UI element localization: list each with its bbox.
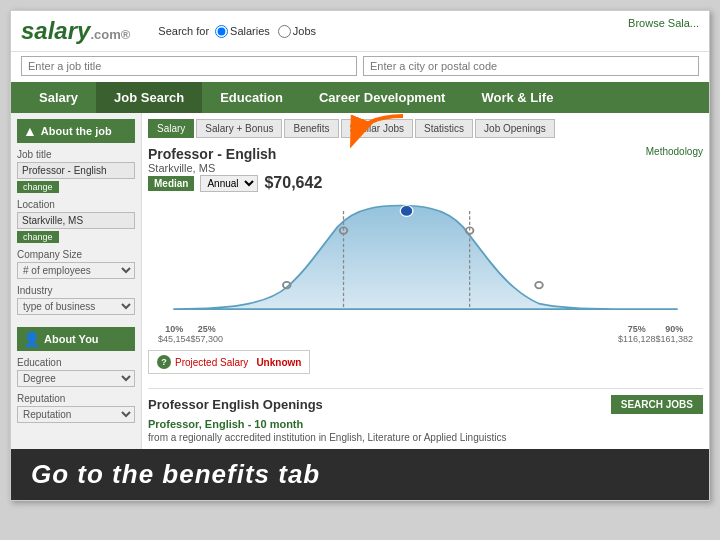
pct-10: 10% $45,154 [158, 324, 191, 344]
openings-section: Professor English Openings SEARCH JOBS P… [148, 388, 703, 443]
tab-benefits[interactable]: Benefits [284, 119, 338, 138]
job-title-input[interactable] [21, 56, 357, 76]
job-listing-desc: from a regionally accredited institution… [148, 432, 703, 443]
chart-labels: 10% $45,154 25% $57,300 75% $116,128 90% [148, 324, 703, 344]
company-size-select[interactable]: # of employees [17, 262, 135, 279]
main-window: salary.com® Search for Salaries Jobs [10, 10, 710, 501]
education-select[interactable]: Degree [17, 370, 135, 387]
right-content: Salary Salary + Bonus Benefits Similar J… [141, 113, 709, 449]
nav-salary[interactable]: Salary [21, 82, 96, 113]
pct-75: 75% $116,128 [618, 324, 656, 344]
nav-career-development[interactable]: Career Development [301, 82, 463, 113]
search-for-label: Search for [158, 25, 209, 37]
question-icon: ? [157, 355, 171, 369]
radio-group: Salaries Jobs [215, 25, 316, 38]
industry-label: Industry [17, 285, 135, 296]
radio-salaries-label[interactable]: Salaries [215, 25, 270, 38]
job-listing: Professor, English - 10 month from a reg… [148, 418, 703, 443]
bottom-text: Go to the benefits tab [31, 459, 320, 489]
svg-point-6 [535, 282, 543, 289]
job-title-label: Job title [17, 149, 135, 160]
job-location: Starkville, MS [148, 162, 276, 174]
sidebar-job-title-input[interactable] [17, 162, 135, 179]
search-jobs-btn[interactable]: SEARCH JOBS [611, 395, 703, 414]
pct-25: 25% $57,300 [191, 324, 224, 344]
sub-tabs-container: Salary Salary + Bonus Benefits Similar J… [148, 119, 703, 138]
median-label: Median [148, 176, 194, 191]
methodology-link[interactable]: Methodology [646, 146, 703, 157]
tab-salary-bonus[interactable]: Salary + Bonus [196, 119, 282, 138]
nav-education[interactable]: Education [202, 82, 301, 113]
sidebar: ▲ About the job Job title change Locatio… [11, 113, 141, 449]
site-logo: salary.com® [21, 17, 130, 45]
tab-statistics[interactable]: Statistics [415, 119, 473, 138]
reputation-label: Reputation [17, 393, 135, 404]
tab-salary[interactable]: Salary [148, 119, 194, 138]
radio-salaries[interactable] [215, 25, 228, 38]
change-job-btn[interactable]: change [17, 181, 59, 193]
svg-point-0 [400, 205, 413, 216]
header: salary.com® Search for Salaries Jobs [11, 11, 709, 52]
main-content: ▲ About the job Job title change Locatio… [11, 113, 709, 449]
period-select[interactable]: Annual [200, 175, 258, 192]
reputation-select[interactable]: Reputation [17, 406, 135, 423]
tab-job-openings[interactable]: Job Openings [475, 119, 555, 138]
sidebar-about-job: ▲ About the job [17, 119, 135, 143]
location-label: Location [17, 199, 135, 210]
job-title-row: Professor - English Starkville, MS Metho… [148, 146, 703, 174]
bottom-overlay: Go to the benefits tab [11, 449, 709, 500]
search-area: Search for Salaries Jobs [158, 25, 316, 38]
change-location-btn[interactable]: change [17, 231, 59, 243]
pct-90: 90% $161,382 [655, 324, 693, 344]
city-input[interactable] [363, 56, 699, 76]
browse-link[interactable]: Browse Sala... [628, 17, 699, 29]
bell-curve-svg [148, 200, 703, 320]
chart-area [148, 200, 703, 320]
sub-tabs: Salary Salary + Bonus Benefits Similar J… [148, 119, 703, 138]
openings-header: Professor English Openings SEARCH JOBS [148, 395, 703, 414]
tab-similar-jobs[interactable]: Similar Jobs [341, 119, 413, 138]
nav-bar: Salary Job Search Education Career Devel… [11, 82, 709, 113]
job-listing-link[interactable]: Professor, English - 10 month [148, 418, 303, 430]
radio-jobs[interactable] [278, 25, 291, 38]
salary-amount: $70,642 [264, 174, 322, 192]
openings-title: Professor English Openings [148, 397, 323, 412]
nav-work-life[interactable]: Work & Life [463, 82, 571, 113]
company-size-label: Company Size [17, 249, 135, 260]
search-inputs-row [11, 52, 709, 82]
salary-bar: Median Annual $70,642 [148, 174, 703, 192]
radio-jobs-label[interactable]: Jobs [278, 25, 316, 38]
industry-select[interactable]: type of business [17, 298, 135, 315]
education-label: Education [17, 357, 135, 368]
projected-salary-row: ? Projected Salary Unknown [148, 350, 703, 382]
person-icon: 👤 [23, 331, 40, 347]
job-title: Professor - English [148, 146, 276, 162]
chart-container: 10% $45,154 25% $57,300 75% $116,128 90% [148, 200, 703, 344]
triangle-up-icon: ▲ [23, 123, 37, 139]
sidebar-location-input[interactable] [17, 212, 135, 229]
job-details: Professor - English Starkville, MS [148, 146, 276, 174]
nav-job-search[interactable]: Job Search [96, 82, 202, 113]
sidebar-about-you: 👤 About You [17, 327, 135, 351]
projected-salary: ? Projected Salary Unknown [148, 350, 310, 374]
